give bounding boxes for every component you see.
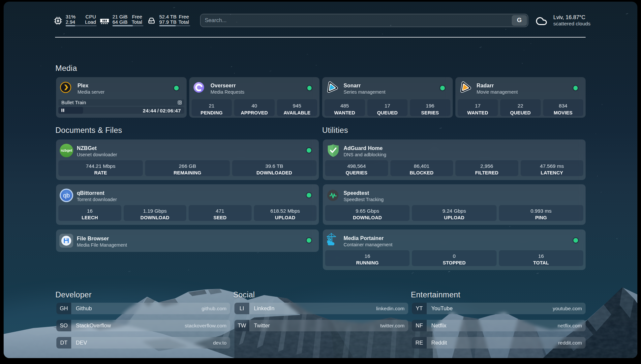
- svg-text:qb: qb: [63, 192, 70, 199]
- svg-text:nzbget: nzbget: [61, 148, 72, 152]
